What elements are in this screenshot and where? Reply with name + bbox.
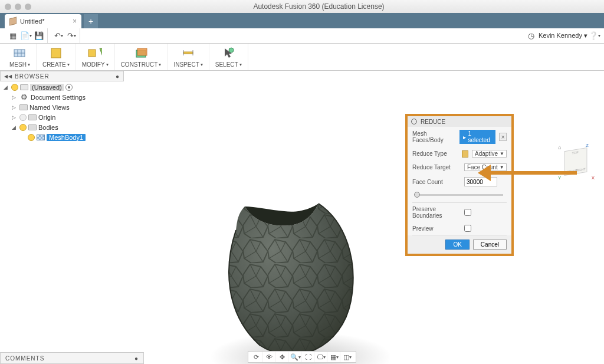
face-count-label: Face Count (412, 179, 461, 185)
selection-count: 1 selected (468, 130, 492, 143)
quick-access-toolbar: ▦ 📄▾ 💾 ↶▾ ↷▾ ◷ Kevin Kennedy ▾ ❔▾ (0, 28, 604, 44)
construct-menu[interactable]: CONSTRUCT▾ (115, 44, 168, 70)
axis-x-label: X (592, 175, 595, 181)
face-count-slider[interactable] (412, 191, 507, 199)
select-label: SELECT (215, 61, 238, 68)
document-tab[interactable]: Untitled* × (5, 14, 81, 28)
inspect-label: INSPECT (173, 61, 199, 68)
close-window-icon[interactable] (5, 4, 11, 10)
document-tab-title: Untitled* (20, 18, 45, 25)
preserve-boundaries-label: Preserve Boundaries (412, 206, 461, 219)
create-icon (49, 46, 63, 60)
display-settings-icon[interactable]: 🖵▾ (316, 352, 327, 362)
select-menu[interactable]: SELECT▾ (209, 44, 248, 70)
viewcube-top-label: TOP (572, 150, 579, 155)
select-icon (221, 46, 235, 60)
undo-icon[interactable]: ↶▾ (54, 31, 63, 41)
pin-icon[interactable]: ● (116, 73, 120, 80)
user-menu[interactable]: Kevin Kennedy ▾ (539, 32, 587, 40)
inspect-icon (181, 46, 195, 60)
maximize-window-icon[interactable] (25, 4, 31, 10)
meshbody-label: MeshBody1 (47, 134, 86, 141)
svg-rect-8 (137, 48, 147, 55)
document-icon (9, 17, 17, 25)
workspace-label: MESH (9, 61, 27, 68)
save-icon[interactable]: 💾 (34, 31, 44, 41)
redo-icon[interactable]: ↷▾ (67, 31, 76, 41)
dialog-header[interactable]: REDUCE (408, 116, 511, 127)
dialog-settings-icon[interactable] (411, 119, 417, 124)
reduce-type-value: Adaptive (475, 150, 498, 157)
tree-bodies[interactable]: ◢ Bodies (1, 122, 123, 132)
folder-icon (28, 114, 37, 120)
reduce-target-label: Reduce Target (412, 164, 461, 170)
visibility-bulb-icon[interactable] (19, 124, 27, 131)
mesh-body-icon (37, 135, 45, 140)
mac-titlebar: Autodesk Fusion 360 (Education License) (0, 0, 604, 13)
reduce-type-dropdown[interactable]: Adaptive ▼ (472, 150, 507, 158)
svg-rect-9 (183, 52, 193, 54)
preview-checkbox[interactable] (464, 225, 471, 232)
dialog-title: REDUCE (421, 119, 445, 125)
component-icon (20, 84, 28, 90)
user-name: Kevin Kennedy (539, 32, 582, 39)
svg-rect-5 (88, 50, 96, 57)
svg-rect-4 (51, 48, 61, 58)
tree-root[interactable]: ◢ (Unsaved) (1, 82, 123, 92)
visibility-bulb-icon[interactable] (28, 134, 35, 141)
mesh-model[interactable] (218, 189, 360, 360)
tree-doc-settings[interactable]: ▷⚙ Document Settings (1, 92, 123, 102)
origin-label: Origin (38, 114, 55, 121)
toolbar-ribbon: MESH▾ CREATE▾ MODIFY▾ CONSTRUCT▾ INSPECT… (0, 44, 604, 71)
inspect-menu[interactable]: INSPECT▾ (168, 44, 209, 70)
reduce-type-label: Reduce Type (412, 150, 458, 157)
data-panel-icon[interactable]: ▦ (8, 31, 18, 41)
minimize-window-icon[interactable] (15, 4, 21, 10)
job-status-icon[interactable]: ◷ (527, 31, 536, 41)
viewport-layout-icon[interactable]: ◫▾ (342, 352, 353, 362)
selection-chip[interactable]: ▸ 1 selected (459, 130, 495, 144)
look-at-icon[interactable]: 👁 (264, 352, 275, 362)
visibility-bulb-icon[interactable] (11, 84, 18, 91)
mesh-workspace-icon (12, 46, 27, 60)
orbit-icon[interactable]: ⟳ (251, 352, 262, 362)
tree-origin[interactable]: ▷ Origin (1, 112, 123, 122)
gear-icon: ⚙ (19, 93, 29, 102)
comments-title: COMMENTS (5, 355, 44, 362)
folder-icon (19, 104, 28, 110)
browser-panel-header[interactable]: ◀◀ BROWSER ● (0, 71, 124, 81)
clear-selection-icon[interactable]: × (499, 133, 507, 141)
preserve-boundaries-checkbox[interactable] (464, 209, 471, 216)
home-view-icon[interactable]: ⌂ (558, 144, 562, 150)
svg-marker-6 (100, 48, 102, 58)
file-menu-icon[interactable]: 📄▾ (21, 31, 31, 41)
root-label: (Unsaved) (30, 84, 64, 91)
ok-button[interactable]: OK (445, 240, 469, 250)
svg-point-13 (229, 48, 234, 53)
visibility-bulb-off-icon[interactable] (19, 114, 27, 121)
fit-icon[interactable]: ⛶ (303, 352, 314, 362)
radio-icon[interactable] (65, 84, 73, 91)
annotation-arrow (478, 164, 572, 182)
zoom-icon[interactable]: 🔍▾ (290, 352, 301, 362)
create-label: CREATE (42, 61, 66, 68)
browser-tree: ◢ (Unsaved) ▷⚙ Document Settings ▷ Named… (1, 82, 123, 142)
create-menu[interactable]: CREATE▾ (37, 44, 76, 70)
document-tab-bar: Untitled* × + (0, 13, 604, 28)
pin-icon[interactable]: ● (134, 355, 139, 362)
pan-icon[interactable]: ✥ (277, 352, 288, 362)
tree-named-views[interactable]: ▷ Named Views (1, 102, 123, 112)
close-tab-icon[interactable]: × (73, 17, 77, 25)
folder-icon (28, 124, 37, 130)
tree-meshbody[interactable]: MeshBody1 (1, 132, 123, 142)
grid-settings-icon[interactable]: ▦▾ (329, 352, 340, 362)
modify-menu[interactable]: MODIFY▾ (76, 44, 115, 70)
help-icon[interactable]: ❔▾ (590, 31, 599, 41)
workspace-switcher[interactable]: MESH▾ (4, 44, 37, 70)
cancel-button[interactable]: Cancel (473, 240, 507, 250)
comments-panel-header[interactable]: COMMENTS ● (0, 352, 144, 364)
construct-icon (134, 46, 148, 60)
named-views-label: Named Views (29, 104, 70, 111)
new-tab-button[interactable]: + (84, 14, 98, 28)
browser-title: BROWSER (15, 73, 50, 80)
